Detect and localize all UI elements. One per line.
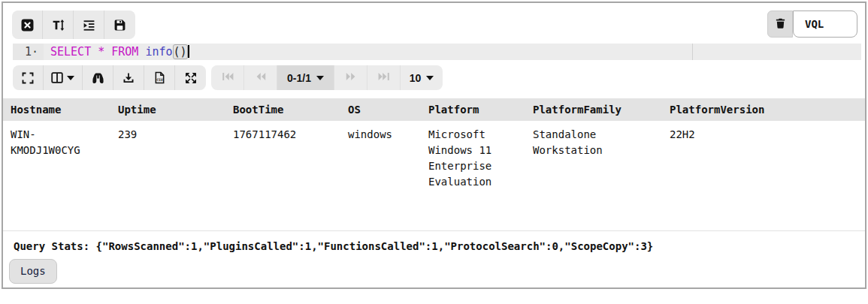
binoculars-icon bbox=[92, 72, 104, 84]
column-header[interactable]: Platform bbox=[421, 98, 525, 121]
last-page-button[interactable] bbox=[367, 65, 401, 90]
fullscreen-button[interactable] bbox=[13, 65, 44, 90]
download-icon bbox=[122, 72, 135, 84]
notebook-cell-panel: VQL 1· SELECT * FROM info() bbox=[2, 2, 866, 289]
pagination-group: 0-1/1 10 bbox=[211, 65, 443, 90]
page-range-label: 0-1/1 bbox=[287, 72, 311, 84]
text-cursor bbox=[188, 45, 189, 58]
column-header[interactable]: PlatformFamily bbox=[525, 98, 662, 121]
results-toolbar: CSV 0-1/1 bbox=[13, 65, 865, 90]
caret-down-icon bbox=[316, 76, 324, 80]
indent-icon bbox=[83, 19, 95, 32]
results-table: HostnameUptimeBootTimeOSPlatformPlatform… bbox=[3, 98, 865, 190]
save-icon bbox=[113, 19, 126, 32]
text-size-button[interactable] bbox=[43, 11, 74, 39]
download-button[interactable] bbox=[113, 65, 144, 90]
cell-toolbar: VQL bbox=[3, 3, 865, 39]
text-height-icon bbox=[52, 19, 65, 32]
caret-down-icon bbox=[67, 76, 74, 80]
editor-code-line[interactable]: SELECT * FROM info() bbox=[44, 44, 861, 60]
column-header[interactable]: BootTime bbox=[225, 98, 340, 121]
next-page-button[interactable] bbox=[334, 65, 367, 90]
sql-keywords: SELECT * FROM bbox=[50, 45, 145, 59]
table-cell: 239 bbox=[110, 121, 225, 190]
editor-gutter: 1· bbox=[13, 44, 44, 60]
svg-text:CSV: CSV bbox=[156, 78, 163, 82]
cell-type-controls: VQL bbox=[767, 11, 857, 38]
print-margin-line bbox=[692, 44, 693, 60]
function-name: info bbox=[145, 45, 172, 59]
table-tools-group: CSV bbox=[13, 65, 206, 90]
table-cell: 22H2 bbox=[662, 121, 865, 190]
skip-end-icon bbox=[377, 71, 391, 84]
column-header[interactable]: OS bbox=[340, 98, 421, 121]
file-csv-icon: CSV bbox=[154, 71, 165, 84]
table-cell: 1767117462 bbox=[225, 121, 340, 190]
table-row: WIN-KMODJ1W0CYG2391767117462windowsMicro… bbox=[3, 121, 865, 190]
column-header[interactable]: Uptime bbox=[110, 98, 225, 121]
column-header[interactable]: PlatformVersion bbox=[662, 98, 865, 121]
export-csv-button[interactable]: CSV bbox=[144, 65, 175, 90]
columns-button[interactable] bbox=[44, 65, 83, 90]
table-header: HostnameUptimeBootTimeOSPlatformPlatform… bbox=[3, 98, 865, 121]
search-button[interactable] bbox=[83, 65, 113, 90]
double-left-icon bbox=[255, 71, 267, 84]
reformat-button[interactable] bbox=[74, 11, 104, 39]
delete-cell-button[interactable] bbox=[767, 11, 793, 38]
results-table-area: HostnameUptimeBootTimeOSPlatformPlatform… bbox=[3, 98, 865, 231]
column-header[interactable]: Hostname bbox=[3, 98, 110, 121]
close-icon bbox=[21, 19, 34, 32]
save-button[interactable] bbox=[104, 11, 135, 39]
cell-edit-button-group bbox=[12, 11, 135, 39]
table-cell: windows bbox=[340, 121, 421, 190]
columns-icon bbox=[51, 72, 74, 83]
cell-type-value: VQL bbox=[805, 18, 824, 30]
page-range-dropdown[interactable]: 0-1/1 bbox=[277, 65, 334, 90]
previous-page-button[interactable] bbox=[244, 65, 277, 90]
matched-parens: () bbox=[173, 44, 188, 59]
cell-type-select[interactable]: VQL bbox=[793, 11, 857, 38]
table-cell: Standalone Workstation bbox=[525, 121, 662, 190]
arrows-expand-icon bbox=[185, 72, 197, 84]
logs-button[interactable]: Logs bbox=[9, 259, 57, 284]
table-cell: Microsoft Windows 11 Enterprise Evaluati… bbox=[421, 121, 525, 190]
skip-start-icon bbox=[221, 71, 234, 84]
table-cell: WIN-KMODJ1W0CYG bbox=[3, 121, 110, 190]
first-page-button[interactable] bbox=[211, 65, 244, 90]
trash-icon bbox=[775, 17, 786, 32]
query-stats: Query Stats: {"RowsScanned":1,"PluginsCa… bbox=[14, 240, 865, 252]
page-size-dropdown[interactable]: 10 bbox=[401, 65, 443, 90]
expand-table-button[interactable] bbox=[175, 65, 206, 90]
caret-down-icon bbox=[426, 76, 434, 80]
fullscreen-icon bbox=[22, 72, 34, 84]
header-row: HostnameUptimeBootTimeOSPlatformPlatform… bbox=[3, 98, 865, 121]
page-size-label: 10 bbox=[410, 72, 422, 84]
close-cell-button[interactable] bbox=[12, 11, 43, 39]
double-right-icon bbox=[345, 71, 357, 84]
vql-editor[interactable]: 1· SELECT * FROM info() bbox=[13, 44, 861, 60]
table-body: WIN-KMODJ1W0CYG2391767117462windowsMicro… bbox=[3, 121, 865, 190]
